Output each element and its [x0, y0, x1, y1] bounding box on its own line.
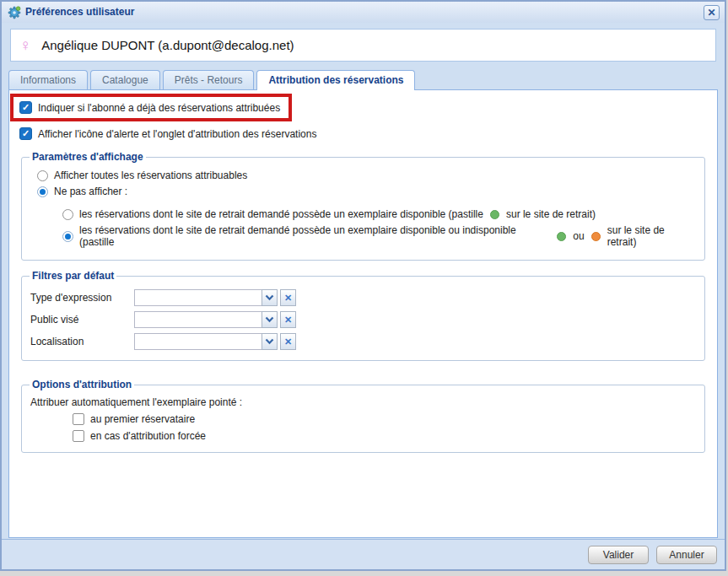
radio-row-hide[interactable]: Ne pas afficher : [37, 186, 696, 197]
target-audience-input[interactable] [134, 311, 262, 328]
filter-row-target-audience: Public visé [30, 311, 696, 328]
validate-button[interactable]: Valider [588, 546, 649, 564]
expression-type-input[interactable] [134, 289, 262, 306]
radio-show-all[interactable] [37, 170, 48, 181]
radio-row-hide-available[interactable]: les réservations dont le site de retrait… [62, 208, 696, 220]
tab-strip: Informations Catalogue Prêts - Retours A… [8, 69, 718, 89]
female-gender-icon: ♀ [19, 37, 31, 53]
fieldset-display-settings: Paramètres d'affichage Afficher toutes l… [21, 151, 705, 261]
chevron-down-icon[interactable] [262, 289, 278, 306]
target-audience-combobox [134, 311, 278, 328]
user-header: ♀ Angélique DUPONT (a.dupont@decalog.net… [10, 29, 716, 62]
checkbox-forced-attribution[interactable] [73, 430, 84, 442]
radio-row-show-all[interactable]: Afficher toutes les réservations attribu… [37, 170, 696, 181]
orange-dot-icon [591, 232, 601, 241]
checkbox-indicate-assigned-label: Indiquer si l'abonné a déjà des réservat… [38, 102, 280, 114]
checkbox-show-alert-label: Afficher l'icône d'alerte et l'onglet d'… [38, 128, 316, 140]
title-bar: Préférences utilisateur [2, 2, 725, 23]
green-dot-icon [557, 232, 566, 241]
user-display-name: Angélique DUPONT (a.dupont@decalog.net) [41, 38, 294, 52]
clear-filter-icon[interactable] [280, 333, 296, 350]
radio-row-hide-available-or-unavailable[interactable]: les réservations dont le site de retrait… [62, 224, 696, 248]
fieldset-default-filters: Filtres par défaut Type d'expression Pub… [21, 270, 705, 361]
highlighted-checkbox-row[interactable]: Indiquer si l'abonné a déjà des réservat… [10, 94, 292, 121]
footer-bar: Valider Annuler [2, 539, 725, 569]
clear-filter-icon[interactable] [280, 289, 296, 306]
chevron-down-icon[interactable] [262, 333, 278, 350]
tab-panel-attribution: Indiquer si l'abonné a déjà des réservat… [8, 89, 718, 538]
chevron-down-icon[interactable] [262, 311, 278, 328]
filter-label: Type d'expression [30, 292, 134, 304]
tab-catalogue[interactable]: Catalogue [90, 70, 160, 89]
radio-hide-available-or-unavailable[interactable] [62, 231, 73, 242]
fieldset-display-settings-legend: Paramètres d'affichage [30, 151, 146, 163]
preferences-window: Préférences utilisateur ♀ Angélique DUPO… [0, 0, 726, 571]
radio-hide[interactable] [37, 186, 48, 197]
checkbox-row-show-alert[interactable]: Afficher l'icône d'alerte et l'onglet d'… [19, 127, 717, 140]
cancel-button[interactable]: Annuler [656, 546, 717, 564]
radio-hide-available[interactable] [62, 209, 73, 220]
close-icon[interactable] [704, 5, 720, 20]
tab-informations[interactable]: Informations [8, 70, 88, 89]
attribution-intro-text: Attribuer automatiquement l'exemplaire p… [30, 396, 696, 408]
fieldset-attribution-options-legend: Options d'attribution [30, 379, 134, 390]
checkbox-indicate-assigned[interactable] [19, 101, 32, 114]
localisation-input[interactable] [134, 333, 262, 350]
filter-row-localisation: Localisation [30, 333, 696, 350]
clear-filter-icon[interactable] [280, 311, 296, 328]
filter-label: Public visé [30, 314, 134, 326]
gear-icon [8, 6, 21, 19]
tab-prets-retours[interactable]: Prêts - Retours [163, 70, 255, 89]
fieldset-default-filters-legend: Filtres par défaut [30, 270, 116, 282]
checkbox-row-forced-attribution[interactable]: en cas d'attribution forcée [73, 430, 696, 442]
checkbox-show-alert[interactable] [19, 127, 32, 140]
filter-row-expression-type: Type d'expression [30, 289, 696, 306]
green-dot-icon [490, 210, 499, 219]
window-title: Préférences utilisateur [25, 6, 699, 19]
checkbox-row-first-reserver[interactable]: au premier réservataire [73, 413, 696, 425]
fieldset-attribution-options: Options d'attribution Attribuer automati… [21, 379, 705, 453]
expression-type-combobox [134, 289, 278, 306]
filter-label: Localisation [30, 336, 134, 347]
tab-attribution-reservations[interactable]: Attribution des réservations [256, 70, 415, 90]
checkbox-first-reserver[interactable] [73, 413, 84, 425]
localisation-combobox [134, 333, 278, 350]
